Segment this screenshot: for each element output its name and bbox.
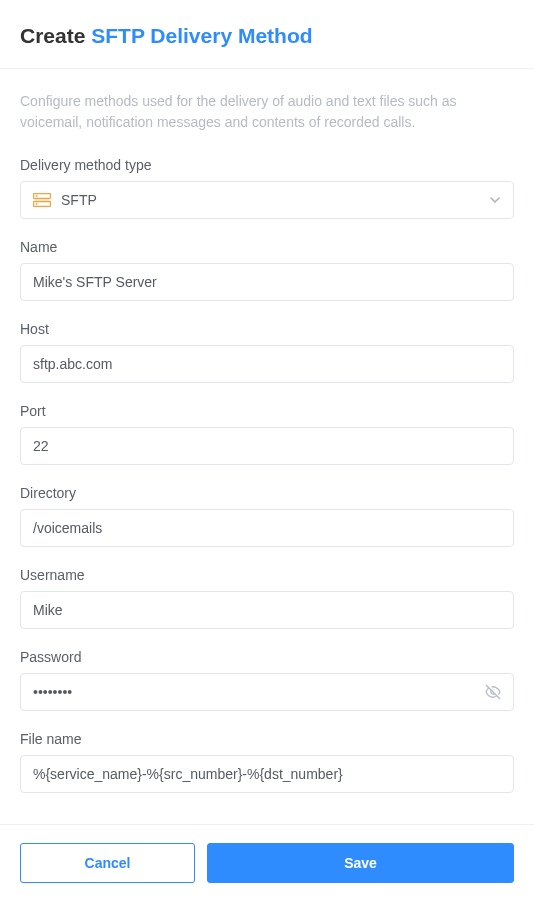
page-title: Create SFTP Delivery Method bbox=[0, 0, 534, 68]
footer-actions: Cancel Save bbox=[0, 824, 534, 901]
chevron-down-icon bbox=[489, 194, 501, 206]
delivery-method-type-label: Delivery method type bbox=[20, 157, 514, 173]
server-icon bbox=[33, 193, 51, 207]
filename-label: File name bbox=[20, 731, 514, 747]
directory-input[interactable] bbox=[20, 509, 514, 547]
username-label: Username bbox=[20, 567, 514, 583]
filename-input[interactable] bbox=[20, 755, 514, 793]
name-input[interactable] bbox=[20, 263, 514, 301]
password-label: Password bbox=[20, 649, 514, 665]
delivery-method-type-group: Delivery method type SFTP bbox=[20, 157, 514, 219]
host-input[interactable] bbox=[20, 345, 514, 383]
password-group: Password bbox=[20, 649, 514, 711]
svg-point-3 bbox=[36, 203, 38, 205]
description-text: Configure methods used for the delivery … bbox=[20, 91, 514, 133]
directory-label: Directory bbox=[20, 485, 514, 501]
host-group: Host bbox=[20, 321, 514, 383]
port-label: Port bbox=[20, 403, 514, 419]
form-content: Configure methods used for the delivery … bbox=[0, 69, 534, 793]
filename-group: File name bbox=[20, 731, 514, 793]
delivery-method-type-value: SFTP bbox=[61, 192, 489, 208]
port-group: Port bbox=[20, 403, 514, 465]
name-label: Name bbox=[20, 239, 514, 255]
title-highlight: SFTP Delivery Method bbox=[91, 24, 312, 47]
username-input[interactable] bbox=[20, 591, 514, 629]
delivery-method-type-select[interactable]: SFTP bbox=[20, 181, 514, 219]
directory-group: Directory bbox=[20, 485, 514, 547]
port-input[interactable] bbox=[20, 427, 514, 465]
host-label: Host bbox=[20, 321, 514, 337]
title-prefix: Create bbox=[20, 24, 85, 47]
username-group: Username bbox=[20, 567, 514, 629]
password-input[interactable] bbox=[20, 673, 514, 711]
save-button[interactable]: Save bbox=[207, 843, 514, 883]
name-group: Name bbox=[20, 239, 514, 301]
eye-off-icon[interactable] bbox=[484, 683, 502, 701]
cancel-button[interactable]: Cancel bbox=[20, 843, 195, 883]
svg-point-2 bbox=[36, 195, 38, 197]
